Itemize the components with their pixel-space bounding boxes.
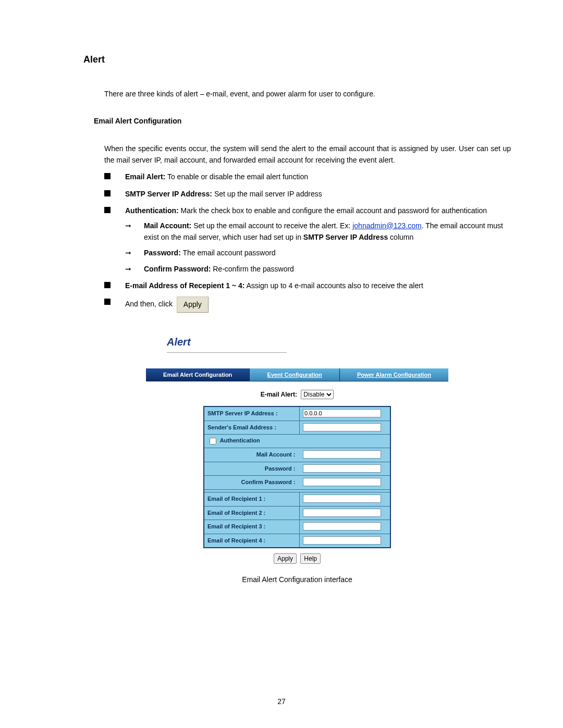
- list-item: Authentication: Mark the check box to en…: [104, 205, 511, 275]
- list-item: Mail Account: Set up the email account t…: [125, 220, 511, 243]
- table-row: Confirm Password :: [204, 476, 390, 490]
- apply-button[interactable]: Apply: [274, 553, 297, 564]
- list-item: Confirm Password: Re-confirm the passwor…: [125, 263, 511, 275]
- bullet-list: Email Alert: To enable or disable the em…: [104, 171, 511, 313]
- mail-account-input[interactable]: [303, 450, 381, 459]
- list-item: Email Alert: To enable or disable the em…: [104, 171, 511, 182]
- auth-checkbox[interactable]: [210, 438, 216, 445]
- list-item: And then, click Apply: [104, 297, 511, 312]
- recipient1-input[interactable]: [303, 495, 381, 503]
- mail-account-cell: [300, 448, 391, 462]
- intro-text: There are three kinds of alert – e-mail,…: [104, 88, 511, 100]
- recipient3-cell: [300, 520, 391, 534]
- figure-caption: Email Alert Configuration interface: [83, 574, 511, 585]
- arrow-list: Mail Account: Set up the email account t…: [125, 220, 511, 275]
- arrow-text: Re-confirm the password: [211, 265, 294, 273]
- password-cell: [300, 462, 391, 476]
- table-row: Authentication: [204, 435, 390, 448]
- recipient1-cell: [300, 492, 391, 507]
- sender-input[interactable]: [303, 423, 381, 431]
- table-row: Email of Recipient 1 :: [204, 492, 390, 507]
- list-item: SMTP Server IP Address: Set up the mail …: [104, 188, 511, 200]
- recipient4-cell: [300, 534, 391, 548]
- email-alert-row: E-mail Alert: Disable: [146, 381, 448, 406]
- recipient3-input[interactable]: [303, 522, 381, 530]
- sender-label: Sender's Email Address :: [204, 421, 300, 435]
- bullet-text: Assign up to 4 e-mail accounts also to r…: [244, 281, 423, 290]
- screenshot-panel: Alert Email Alert Configuration Event Co…: [146, 334, 448, 564]
- confirm-password-cell: [300, 476, 391, 490]
- recipient4-input[interactable]: [303, 536, 381, 545]
- help-button[interactable]: Help: [300, 553, 321, 564]
- password-label: Password :: [204, 462, 300, 476]
- auth-header-cell: Authentication: [204, 435, 390, 448]
- smtp-cell: [300, 406, 391, 421]
- table-row: Mail Account :: [204, 448, 390, 462]
- recipient3-label: Email of Recipient 3 :: [204, 520, 300, 534]
- email-alert-label: E-mail Alert:: [261, 391, 297, 398]
- smtp-label: SMTP Server IP Address :: [204, 406, 300, 421]
- recipient2-label: Email of Recipient 2 :: [204, 506, 300, 520]
- arrow-text: Set up the email account to receive the …: [191, 221, 352, 230]
- list-item: Password: The email account password: [125, 247, 511, 258]
- bullet-label: SMTP Server IP Address:: [125, 190, 212, 198]
- bullet-text: Mark the check box to enable and configu…: [179, 206, 487, 215]
- confirm-password-input[interactable]: [303, 478, 381, 486]
- tab-email-alert[interactable]: Email Alert Configuration: [146, 368, 249, 381]
- bullet-label: Email Alert:: [125, 172, 165, 181]
- arrow-label: Password:: [144, 249, 181, 257]
- apply-pill: Apply: [177, 297, 209, 312]
- mail-account-label: Mail Account :: [204, 448, 300, 462]
- table-row: Password :: [204, 462, 390, 476]
- password-input[interactable]: [303, 464, 381, 473]
- example-email-link[interactable]: johnadmin@123.com: [352, 221, 422, 230]
- bullet-label: E-mail Address of Recepient 1 ~ 4:: [125, 281, 244, 290]
- tab-event-config[interactable]: Event Configuration: [249, 368, 339, 381]
- confirm-password-label: Confirm Password :: [204, 476, 300, 490]
- page-number: 27: [0, 696, 563, 707]
- tab-power-alarm[interactable]: Power Alarm Configuration: [339, 368, 448, 381]
- sender-cell: [300, 421, 391, 435]
- recipient2-input[interactable]: [303, 509, 381, 517]
- table-row: Email of Recipient 2 :: [204, 506, 390, 520]
- bullet-text: And then, click: [125, 300, 173, 308]
- table-row: Email of Recipient 4 :: [204, 534, 390, 548]
- table-row: SMTP Server IP Address :: [204, 406, 390, 421]
- button-row: Apply Help: [146, 548, 448, 564]
- page-heading: Alert: [83, 52, 511, 67]
- bullet-text: To enable or disable the email alert fun…: [165, 172, 308, 181]
- document-page: Alert There are three kinds of alert – e…: [0, 0, 563, 728]
- recipient2-cell: [300, 506, 391, 520]
- email-alert-select[interactable]: Disable: [301, 390, 334, 399]
- recipient4-label: Email of Recipient 4 :: [204, 534, 300, 548]
- subsection-heading: Email Alert Configuration: [94, 115, 511, 127]
- arrow-text: column: [388, 233, 413, 241]
- arrow-label: Confirm Password:: [144, 265, 211, 273]
- arrow-label: Mail Account:: [144, 221, 191, 230]
- list-item: E-mail Address of Recepient 1 ~ 4: Assig…: [104, 280, 511, 291]
- table-row: Email of Recipient 3 :: [204, 520, 390, 534]
- recipient1-label: Email of Recipient 1 :: [204, 492, 300, 507]
- bullet-label: Authentication:: [125, 206, 179, 215]
- tab-bar: Email Alert Configuration Event Configur…: [146, 368, 448, 381]
- inline-bold: SMTP Server IP Address: [303, 233, 388, 241]
- smtp-input[interactable]: [303, 409, 381, 417]
- body-text: When the specific events occur, the syst…: [104, 143, 511, 166]
- arrow-text: The email account password: [181, 249, 276, 257]
- panel-title: Alert: [167, 334, 287, 353]
- auth-label: Authentication: [220, 438, 260, 444]
- config-form-table: SMTP Server IP Address : Sender's Email …: [203, 406, 391, 548]
- table-row: Sender's Email Address :: [204, 421, 390, 435]
- bullet-text: Set up the mail server IP address: [212, 190, 322, 198]
